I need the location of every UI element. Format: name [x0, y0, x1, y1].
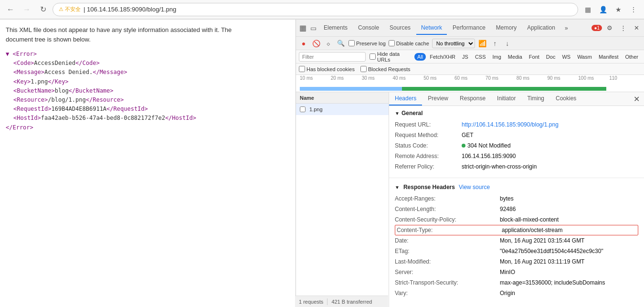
row-checkbox[interactable]	[300, 106, 306, 112]
filter-type-js[interactable]: JS	[459, 53, 471, 61]
content-security-policy-value: block-all-mixed-content	[500, 215, 559, 224]
device-toggle[interactable]: ▭	[308, 23, 318, 33]
detail-tab-response[interactable]: Response	[454, 92, 491, 106]
search-button[interactable]: 🔍	[336, 39, 346, 48]
detail-tab-cookies[interactable]: Cookies	[550, 92, 582, 106]
server-key: Server:	[395, 268, 500, 276]
filter-type-all[interactable]: All	[414, 53, 426, 61]
detail-tab-headers[interactable]: Headers	[389, 92, 422, 106]
preserve-log-checkbox[interactable]	[348, 40, 355, 46]
tab-network[interactable]: Network	[416, 21, 447, 35]
record-button[interactable]: ●	[299, 39, 308, 48]
has-blocked-cookies-checkbox[interactable]	[299, 66, 305, 72]
filter-type-css[interactable]: CSS	[472, 53, 489, 61]
settings-button[interactable]: ⚙	[604, 22, 615, 34]
filter-bar2: Has blocked cookies Blocked Requests	[296, 64, 644, 75]
upload-icon[interactable]: ↑	[490, 39, 500, 48]
status-dot	[462, 144, 465, 148]
filter-type-other[interactable]: Other	[622, 53, 641, 61]
address-bar[interactable]: ⚠ 不安全 | 106.14.156.185:9090/blog/1.png	[53, 3, 578, 16]
response-headers-section: Response Headers View source Accept-Rang…	[389, 180, 644, 302]
filter-type-font[interactable]: Font	[526, 53, 542, 61]
tab-console[interactable]: Console	[353, 21, 384, 35]
devtools-tab-bar: ▦ ▭ Elements Console Sources Network Per…	[296, 20, 644, 37]
bookmarks-button[interactable]: ★	[612, 3, 625, 16]
content-security-policy-row: Content-Security-Policy: block-all-mixed…	[395, 214, 638, 225]
content-security-policy-key: Content-Security-Policy:	[395, 215, 500, 224]
status-divider	[327, 298, 327, 305]
vary-value: Origin	[500, 289, 515, 297]
sts-value: max-age=31536000; includeSubDomains	[500, 278, 605, 287]
main-area: This XML file does not appear to have an…	[0, 20, 644, 307]
filter-types: All Fetch/XHR JS CSS Img Media Font Doc …	[414, 53, 641, 61]
xml-root-open: ▼ <Error>	[6, 51, 37, 57]
etag-key: ETag:	[395, 247, 500, 255]
hide-data-urls-checkbox[interactable]	[370, 53, 376, 60]
blocked-requests-label[interactable]: Blocked Requests	[360, 66, 411, 72]
status-code-key: Status Code:	[395, 141, 462, 150]
reload-button[interactable]: ↻	[36, 3, 50, 16]
detail-panel: ✕ Headers Preview Response Initiator Tim…	[389, 92, 644, 307]
clear-button[interactable]: 🚫	[311, 39, 321, 48]
requests-count: 1 requests	[299, 299, 323, 305]
network-row[interactable]: 1.png	[296, 104, 389, 115]
accept-ranges-key: Accept-Ranges:	[395, 194, 500, 203]
filter-input[interactable]	[299, 52, 366, 62]
blocked-requests-checkbox[interactable]	[360, 66, 367, 72]
filter-type-media[interactable]: Media	[505, 53, 525, 61]
more-tabs-button[interactable]: »	[561, 22, 572, 34]
devtools-close-button[interactable]: ✕	[631, 22, 642, 34]
filter-type-xhr[interactable]: Fetch/XHR	[427, 53, 458, 61]
preserve-log-label[interactable]: Preserve log	[348, 40, 386, 46]
filter-type-ws[interactable]: WS	[559, 53, 573, 61]
filter-type-manifest[interactable]: Manifest	[596, 53, 622, 61]
disable-cache-label[interactable]: Disable cache	[389, 40, 429, 46]
content-type-value: application/octet-stream	[502, 226, 562, 234]
detail-tab-preview[interactable]: Preview	[422, 92, 454, 106]
filter-bar: Hide data URLs All Fetch/XHR JS CSS Img …	[296, 50, 644, 64]
error-badge[interactable]: ●1	[591, 25, 602, 31]
detail-tab-timing[interactable]: Timing	[521, 92, 550, 106]
filter-type-doc[interactable]: Doc	[543, 53, 559, 61]
download-icon[interactable]: ↓	[503, 39, 512, 48]
extensions-button[interactable]: ▦	[581, 3, 594, 16]
profile-button[interactable]: 👤	[596, 3, 610, 16]
throttle-select[interactable]: No throttling Fast 3G Slow 3G Offline	[432, 39, 475, 48]
wifi-icon[interactable]: 📶	[478, 39, 487, 48]
request-method-key: Request Method:	[395, 131, 462, 139]
tab-application[interactable]: Application	[522, 21, 560, 35]
timeline-label-110: 110	[609, 75, 640, 81]
back-button[interactable]: ←	[4, 3, 17, 16]
hide-data-urls-label[interactable]: Hide data URLs	[370, 51, 411, 63]
content-length-value: 92486	[500, 205, 516, 213]
tab-memory[interactable]: Memory	[491, 21, 521, 35]
content-length-key: Content-Length:	[395, 205, 500, 213]
more-button[interactable]: ⋮	[627, 3, 640, 16]
row-name: 1.png	[309, 106, 323, 112]
response-headers-title: Response Headers View source	[395, 184, 638, 191]
timeline-label-90: 90 ms	[548, 75, 579, 81]
forward-button[interactable]: →	[20, 3, 33, 16]
devtools-more-button[interactable]: ⋮	[617, 22, 629, 34]
view-source-link[interactable]: View source	[459, 184, 490, 191]
tab-elements[interactable]: Elements	[319, 21, 352, 35]
browser-nav: ← → ↻ ⚠ 不安全 | 106.14.156.185:9090/blog/1…	[0, 0, 644, 19]
devtools-panel: ▦ ▭ Elements Console Sources Network Per…	[296, 20, 644, 307]
tab-sources[interactable]: Sources	[385, 21, 415, 35]
disable-cache-checkbox[interactable]	[389, 40, 395, 46]
detail-close-button[interactable]: ✕	[632, 94, 641, 104]
detail-tab-initiator[interactable]: Initiator	[491, 92, 521, 106]
filter-type-wasm[interactable]: Wasm	[574, 53, 595, 61]
timeline-label-10: 10 ms	[300, 75, 331, 81]
security-warning: ⚠ 不安全	[59, 6, 81, 13]
request-url-row: Request URL: http://106.14.156.185:9090/…	[395, 119, 638, 130]
filter-toggle[interactable]: ⬦	[324, 39, 333, 48]
tab-performance[interactable]: Performance	[448, 21, 490, 35]
inspect-toggle[interactable]: ▦	[298, 23, 307, 33]
filter-type-img[interactable]: Img	[490, 53, 504, 61]
etag-row: ETag: "0e4a27b50ee31ddf1504c44452ec9c30"	[395, 246, 638, 256]
date-row: Date: Mon, 16 Aug 2021 03:15:44 GMT	[395, 235, 638, 246]
timeline-blue-bar	[300, 87, 402, 91]
has-blocked-cookies-label[interactable]: Has blocked cookies	[299, 66, 355, 72]
page-content: This XML file does not appear to have an…	[0, 20, 296, 307]
